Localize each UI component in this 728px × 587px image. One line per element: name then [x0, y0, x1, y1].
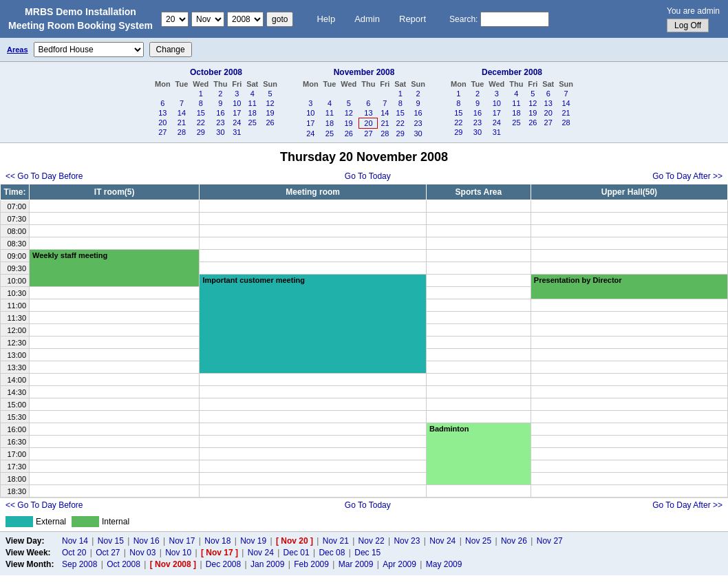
cal-day[interactable]: 8	[449, 98, 469, 108]
cal-day[interactable]: 27	[359, 129, 378, 139]
view-link[interactable]: Nov 16	[133, 536, 160, 546]
cal-day[interactable]: 9	[211, 98, 230, 108]
empty-cell[interactable]	[200, 485, 427, 498]
cal-day[interactable]: 16	[469, 108, 486, 118]
empty-cell[interactable]	[426, 337, 531, 349]
cal-day[interactable]: 5	[526, 89, 540, 98]
cal-day[interactable]: 7	[378, 98, 392, 108]
empty-cell[interactable]	[30, 485, 200, 498]
view-link[interactable]: Nov 26	[501, 536, 527, 546]
empty-cell[interactable]	[531, 225, 727, 237]
cal-day[interactable]: 15	[392, 108, 409, 118]
empty-cell[interactable]	[200, 436, 427, 448]
view-link[interactable]: Oct 2008	[107, 559, 140, 569]
empty-cell[interactable]	[30, 337, 200, 349]
cal-day[interactable]: 21	[557, 108, 576, 118]
empty-cell[interactable]	[531, 361, 727, 374]
cal-day[interactable]: 12	[261, 98, 280, 108]
cal-day[interactable]: 14	[378, 108, 392, 118]
view-link[interactable]: Nov 24	[248, 548, 274, 557]
view-link[interactable]: Nov 15	[98, 536, 124, 546]
cal-day[interactable]: 28	[173, 127, 191, 137]
cal-day[interactable]: 1	[392, 89, 409, 98]
empty-cell[interactable]	[531, 398, 727, 411]
view-link[interactable]: Feb 2009	[294, 559, 329, 569]
empty-cell[interactable]	[200, 411, 427, 423]
cal-day[interactable]: 24	[486, 118, 507, 127]
empty-cell[interactable]	[30, 324, 200, 337]
day-select[interactable]: 20	[161, 12, 189, 27]
empty-cell[interactable]	[531, 460, 727, 473]
empty-cell[interactable]	[426, 361, 531, 374]
help-link[interactable]: Help	[307, 10, 345, 28]
event-cell[interactable]: Presentation by Director	[531, 275, 727, 299]
empty-cell[interactable]	[426, 200, 531, 213]
cal-day[interactable]: 1	[191, 89, 211, 98]
view-link[interactable]: Nov 14	[62, 536, 88, 546]
empty-cell[interactable]	[531, 299, 727, 312]
empty-cell[interactable]	[531, 436, 727, 448]
empty-cell[interactable]	[531, 423, 727, 436]
cal-day[interactable]: 16	[211, 108, 230, 118]
cal-day[interactable]: 2	[211, 89, 230, 98]
empty-cell[interactable]	[426, 237, 531, 250]
empty-cell[interactable]	[426, 386, 531, 398]
empty-cell[interactable]	[426, 299, 531, 312]
view-link[interactable]: Sep 2008	[62, 559, 97, 569]
view-link[interactable]: Dec 15	[354, 548, 381, 557]
empty-cell[interactable]	[531, 213, 727, 225]
cal-day[interactable]: 24	[301, 129, 321, 139]
view-link[interactable]: Nov 22	[358, 536, 385, 546]
empty-cell[interactable]	[200, 262, 427, 275]
view-link[interactable]: [ Nov 17 ]	[201, 548, 238, 557]
empty-cell[interactable]	[200, 460, 427, 473]
cal-day[interactable]: 21	[378, 118, 392, 129]
empty-cell[interactable]	[30, 237, 200, 250]
cal-day[interactable]: 20	[540, 108, 557, 118]
cal-day[interactable]: 28	[557, 118, 576, 127]
empty-cell[interactable]	[426, 374, 531, 386]
cal-day[interactable]: 15	[449, 108, 469, 118]
empty-cell[interactable]	[200, 473, 427, 485]
cal-day[interactable]: 17	[230, 108, 244, 118]
area-select[interactable]: Bedford House	[34, 42, 144, 57]
cal-day[interactable]: 18	[321, 118, 339, 129]
today-link-bottom[interactable]: Go To Today	[345, 500, 391, 510]
next-day-link-bottom[interactable]: Go To Day After >>	[652, 500, 722, 510]
empty-cell[interactable]	[531, 473, 727, 485]
cal-day[interactable]: 5	[261, 89, 280, 98]
cal-day[interactable]: 6	[540, 89, 557, 98]
view-link[interactable]: Nov 10	[165, 548, 191, 557]
cal-day[interactable]: 29	[392, 129, 409, 139]
empty-cell[interactable]	[30, 312, 200, 324]
view-link[interactable]: Dec 01	[283, 548, 310, 557]
cal-day[interactable]: 17	[301, 118, 321, 129]
cal-day[interactable]: 26	[339, 129, 359, 139]
empty-cell[interactable]	[531, 237, 727, 250]
cal-day[interactable]: 14	[173, 108, 191, 118]
prev-day-link-bottom[interactable]: << Go To Day Before	[6, 500, 83, 510]
admin-link[interactable]: Admin	[345, 10, 389, 28]
cal-day[interactable]: 8	[191, 98, 211, 108]
view-link[interactable]: Jan 2009	[250, 559, 284, 569]
cal-day[interactable]: 19	[339, 118, 359, 129]
cal-day[interactable]: 13	[359, 108, 378, 118]
cal-day[interactable]: 17	[486, 108, 507, 118]
view-link[interactable]: Nov 24	[429, 536, 456, 546]
view-link[interactable]: Nov 21	[323, 536, 349, 546]
view-link[interactable]: Dec 2008	[206, 559, 241, 569]
empty-cell[interactable]	[531, 337, 727, 349]
cal-day[interactable]: 27	[153, 127, 173, 137]
empty-cell[interactable]	[426, 398, 531, 411]
cal-day[interactable]: 28	[378, 129, 392, 139]
cal-day[interactable]: 6	[153, 98, 173, 108]
cal-day[interactable]: 13	[153, 108, 173, 118]
empty-cell[interactable]	[426, 213, 531, 225]
empty-cell[interactable]	[531, 312, 727, 324]
view-link[interactable]: Nov 23	[394, 536, 420, 546]
cal-day[interactable]: 19	[526, 108, 540, 118]
view-link[interactable]: [ Nov 2008 ]	[150, 559, 196, 569]
cal-day[interactable]: 22	[191, 118, 211, 127]
empty-cell[interactable]	[200, 448, 427, 460]
logoff-button[interactable]: Log Off	[667, 19, 709, 32]
